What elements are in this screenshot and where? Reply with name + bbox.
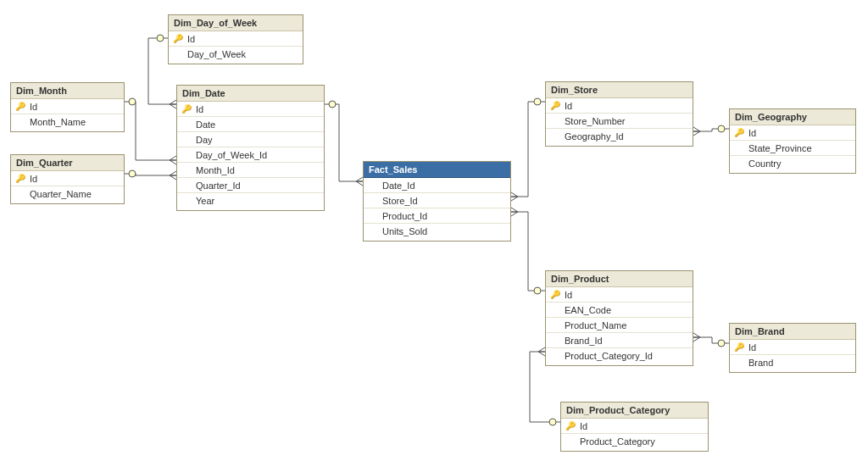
column-row: 🔑Id [177, 102, 324, 117]
key-icon: 🔑 [172, 34, 184, 43]
table-title: Dim_Store [546, 82, 693, 98]
table-dim-month[interactable]: Dim_Month 🔑Id Month_Name [10, 82, 125, 132]
table-dim-product[interactable]: Dim_Product 🔑Id EAN_Code Product_Name Br… [545, 270, 693, 366]
table-dim-product-category[interactable]: Dim_Product_Category 🔑Id Product_Categor… [560, 402, 709, 452]
column-row: EAN_Code [546, 303, 693, 318]
column-name: Store_Id [379, 196, 418, 206]
column-row: Store_Id [364, 193, 510, 208]
column-name: Id [192, 104, 203, 114]
column-row: Quarter_Id [177, 178, 324, 193]
column-row: Brand_Id [546, 333, 693, 348]
svg-point-2 [129, 170, 136, 177]
table-title: Dim_Product_Category [561, 403, 708, 419]
column-name: Brand_Id [561, 336, 603, 346]
table-dim-brand[interactable]: Dim_Brand 🔑Id Brand [729, 323, 856, 373]
column-name: Id [26, 102, 37, 112]
table-title: Dim_Product [546, 271, 693, 287]
column-row: 🔑Id [730, 125, 855, 141]
svg-point-3 [329, 101, 336, 108]
column-row: 🔑Id [546, 287, 693, 303]
column-row: Month_Name [11, 114, 124, 130]
column-name: Product_Category [576, 436, 655, 447]
column-name: Id [745, 128, 756, 138]
column-row: 🔑Id [169, 31, 303, 47]
key-icon: 🔑 [733, 128, 745, 137]
table-dim-geography[interactable]: Dim_Geography 🔑Id State_Province Country [729, 108, 856, 174]
column-name: Date [192, 119, 215, 130]
table-title: Dim_Day_of_Week [169, 15, 303, 31]
key-icon: 🔑 [181, 104, 192, 114]
table-title: Dim_Month [11, 83, 124, 99]
column-row: Day [177, 132, 324, 147]
column-row: Units_Sold [364, 224, 510, 239]
column-row: Country [730, 156, 855, 171]
column-name: Id [561, 101, 572, 111]
table-fact-sales[interactable]: Fact_Sales Date_Id Store_Id Product_Id U… [363, 161, 511, 242]
column-name: Day_of_Week_Id [192, 150, 267, 160]
column-row: Quarter_Name [11, 186, 124, 202]
table-dim-store[interactable]: Dim_Store 🔑Id Store_Number Geography_Id [545, 81, 693, 147]
column-row: 🔑Id [546, 98, 693, 114]
column-row: Month_Id [177, 163, 324, 178]
column-name: Year [192, 196, 214, 206]
column-name: Product_Id [379, 211, 427, 221]
column-name: Geography_Id [561, 131, 624, 142]
column-name: Id [184, 34, 195, 44]
column-name: EAN_Code [561, 305, 611, 315]
column-name: Quarter_Name [26, 189, 92, 199]
key-icon: 🔑 [14, 174, 26, 183]
column-name: Product_Name [561, 320, 626, 330]
column-row: Brand [730, 355, 855, 370]
column-row: Product_Category_Id [546, 348, 693, 364]
key-icon: 🔑 [549, 290, 561, 299]
column-row: 🔑Id [11, 99, 124, 114]
column-name: Month_Id [192, 165, 235, 175]
key-icon: 🔑 [14, 102, 26, 111]
column-name: Store_Number [561, 116, 626, 126]
column-row: Day_of_Week_Id [177, 147, 324, 163]
column-name: Quarter_Id [192, 180, 241, 191]
table-title: Dim_Geography [730, 109, 855, 125]
column-row: Year [177, 193, 324, 208]
column-row: Date_Id [364, 178, 510, 193]
column-row: Day_of_Week [169, 47, 303, 62]
column-row: Geography_Id [546, 129, 693, 144]
column-name: Id [26, 174, 37, 184]
table-title: Dim_Quarter [11, 155, 124, 171]
column-row: Product_Id [364, 208, 510, 224]
column-row: 🔑Id [730, 340, 855, 355]
column-row: State_Province [730, 141, 855, 156]
svg-point-1 [129, 98, 136, 105]
column-row: Date [177, 117, 324, 132]
column-name: Units_Sold [379, 226, 427, 236]
svg-point-0 [157, 35, 164, 42]
table-dim-quarter[interactable]: Dim_Quarter 🔑Id Quarter_Name [10, 154, 125, 204]
table-dim-day-of-week[interactable]: Dim_Day_of_Week 🔑Id Day_of_Week [168, 14, 303, 64]
table-dim-date[interactable]: Dim_Date 🔑Id Date Day Day_of_Week_Id Mon… [176, 85, 325, 211]
table-title: Dim_Brand [730, 324, 855, 340]
column-name: Id [561, 290, 572, 300]
column-row: Store_Number [546, 114, 693, 129]
column-name: Id [745, 342, 756, 353]
table-title: Fact_Sales [364, 162, 510, 178]
column-name: Date_Id [379, 180, 415, 191]
column-name: Product_Category_Id [561, 351, 653, 361]
table-title: Dim_Date [177, 86, 324, 102]
svg-point-8 [549, 419, 556, 425]
svg-point-7 [718, 340, 725, 347]
svg-point-6 [718, 125, 725, 132]
svg-point-4 [534, 98, 541, 105]
column-name: Country [745, 158, 782, 169]
column-name: Id [576, 421, 587, 431]
column-row: 🔑Id [561, 419, 708, 434]
column-row: Product_Name [546, 318, 693, 333]
key-icon: 🔑 [733, 342, 745, 352]
column-name: Brand [745, 358, 773, 368]
column-row: 🔑Id [11, 171, 124, 186]
svg-point-5 [534, 287, 541, 294]
key-icon: 🔑 [549, 101, 561, 110]
column-name: Day [192, 135, 213, 145]
key-icon: 🔑 [565, 421, 576, 430]
column-row: Product_Category [561, 434, 708, 449]
column-name: Day_of_Week [184, 49, 246, 59]
